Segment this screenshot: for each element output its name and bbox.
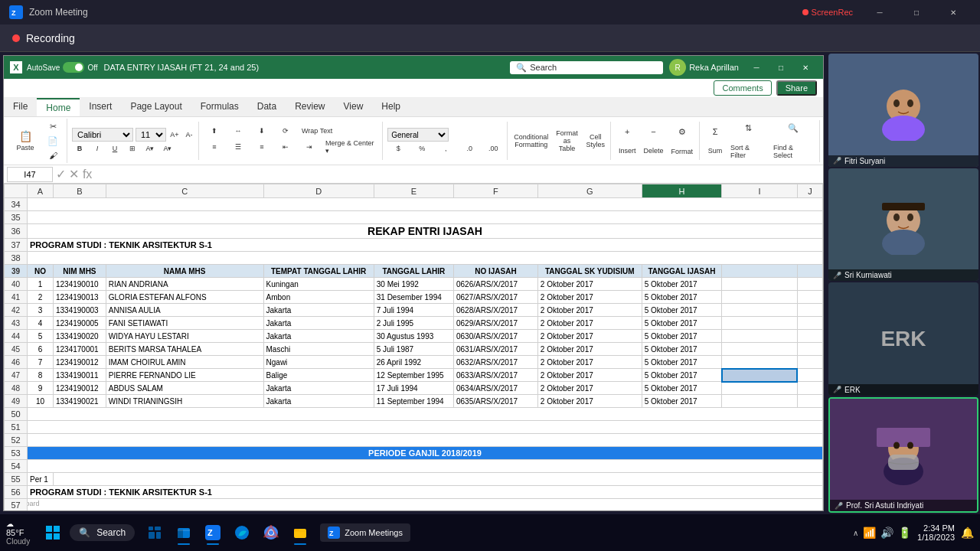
format-button[interactable]: ⚙Format bbox=[668, 126, 697, 157]
tray-up-arrow[interactable]: ∧ bbox=[853, 529, 858, 537]
copy-button[interactable]: 📄 bbox=[42, 135, 64, 148]
tab-insert[interactable]: Insert bbox=[80, 98, 121, 116]
currency-button[interactable]: $ bbox=[387, 143, 409, 154]
outdent-button[interactable]: ⇥ bbox=[299, 142, 320, 152]
excel-minimize[interactable]: ─ bbox=[745, 58, 768, 77]
wrap-text-button[interactable]: Wrap Text bbox=[299, 126, 335, 136]
taskbar-zoom[interactable]: Z bbox=[199, 519, 227, 546]
merge-button[interactable]: Merge & Center ▾ bbox=[322, 138, 379, 156]
col-g[interactable]: G bbox=[537, 184, 642, 198]
orientation-button[interactable]: ⟳ bbox=[275, 126, 296, 136]
table-header-row: 39 NO NIM MHS NAMA MHS TEMPAT TANGGAL LA… bbox=[5, 265, 823, 278]
start-button[interactable] bbox=[39, 519, 67, 546]
weather-widget[interactable]: ☁ 85°F Cloudy bbox=[6, 520, 30, 546]
underline-button[interactable]: U bbox=[107, 143, 122, 154]
tray-volume-icon[interactable]: 🔊 bbox=[880, 527, 893, 539]
format-as-table-button[interactable]: Format asTable bbox=[552, 128, 583, 154]
indent-button[interactable]: ⇤ bbox=[275, 142, 296, 152]
styles-group: ConditionalFormatting Format asTable Cel… bbox=[509, 122, 611, 160]
excel-title-bar: X AutoSave Off DATA ENTRY IJASAH (FT 21,… bbox=[4, 56, 823, 79]
maximize-button[interactable]: □ bbox=[899, 0, 934, 24]
borders-button[interactable]: ⊞ bbox=[125, 143, 140, 154]
cell-styles-button[interactable]: CellStyles bbox=[584, 132, 608, 150]
svg-point-11 bbox=[907, 214, 913, 221]
find-select-button[interactable]: 🔍Find & Select bbox=[770, 122, 816, 161]
increase-decimal-button[interactable]: .0 bbox=[459, 143, 480, 154]
tab-help[interactable]: Help bbox=[372, 98, 410, 116]
spreadsheet-container[interactable]: A B C D E F G H I J 34 bbox=[4, 184, 823, 510]
zoom-meetings-taskbar[interactable]: Z Zoom Meetings bbox=[320, 523, 410, 542]
cell-reference-box[interactable] bbox=[7, 167, 53, 182]
font-color-button[interactable]: A▾ bbox=[160, 143, 175, 154]
participant-name-prof: Prof. Sri Astuti Indriyati bbox=[846, 501, 923, 510]
align-left-button[interactable]: ≡ bbox=[204, 142, 225, 152]
autosave-toggle[interactable] bbox=[63, 62, 84, 73]
table-row: 38 bbox=[5, 252, 823, 265]
col-i[interactable]: I bbox=[722, 184, 798, 198]
tab-review[interactable]: Review bbox=[286, 98, 334, 116]
tab-data[interactable]: Data bbox=[248, 98, 286, 116]
italic-button[interactable]: I bbox=[90, 143, 105, 154]
tab-view[interactable]: View bbox=[335, 98, 373, 116]
bold-button[interactable]: B bbox=[72, 143, 87, 154]
col-h[interactable]: H bbox=[642, 184, 721, 198]
delete-button[interactable]: −Delete bbox=[641, 126, 667, 156]
minimize-button[interactable]: ─ bbox=[862, 0, 897, 24]
system-tray: ∧ 📶 🔊 🔋 bbox=[853, 527, 911, 539]
col-a[interactable]: A bbox=[28, 184, 54, 198]
excel-search-bar[interactable]: 🔍 Search bbox=[510, 61, 663, 74]
col-d[interactable]: D bbox=[263, 184, 374, 198]
sum-button[interactable]: ΣSum bbox=[704, 126, 726, 156]
table-row: 56 PROGRAM STUDI : TEKNIK ARSITEKTUR S-1 bbox=[5, 486, 823, 499]
taskbar: ☁ 85°F Cloudy 🔍 Search bbox=[0, 514, 980, 551]
align-middle-button[interactable]: ↔ bbox=[227, 126, 249, 136]
taskbar-files[interactable] bbox=[286, 519, 314, 546]
align-bottom-button[interactable]: ⬇ bbox=[251, 126, 273, 136]
col-c[interactable]: C bbox=[106, 184, 263, 198]
tab-home[interactable]: Home bbox=[37, 98, 80, 116]
conditional-formatting-button[interactable]: ConditionalFormatting bbox=[512, 132, 550, 150]
align-right-button[interactable]: ≡ bbox=[251, 142, 273, 152]
autosave-control[interactable]: AutoSave Off bbox=[27, 62, 98, 73]
tab-page-layout[interactable]: Page Layout bbox=[121, 98, 191, 116]
format-painter-button[interactable]: 🖌 bbox=[42, 149, 64, 161]
taskbar-taskview[interactable] bbox=[141, 519, 168, 546]
percent-button[interactable]: % bbox=[411, 143, 433, 154]
insert-button[interactable]: +Insert bbox=[616, 126, 639, 156]
taskbar-explorer[interactable] bbox=[170, 519, 198, 546]
excel-maximize[interactable]: □ bbox=[769, 58, 792, 77]
col-b[interactable]: B bbox=[53, 184, 106, 198]
decrease-decimal-button[interactable]: .00 bbox=[482, 143, 504, 154]
excel-close[interactable]: ✕ bbox=[794, 58, 817, 77]
notification-icon[interactable]: 🔔 bbox=[961, 527, 974, 539]
cut-button[interactable]: ✂ bbox=[42, 120, 64, 133]
taskbar-edge[interactable] bbox=[228, 519, 256, 546]
number-format-select[interactable]: General bbox=[387, 128, 449, 142]
formula-input[interactable] bbox=[95, 167, 820, 182]
decrease-font-button[interactable]: A- bbox=[183, 130, 195, 139]
tab-file[interactable]: File bbox=[4, 98, 37, 116]
taskbar-search[interactable]: 🔍 Search bbox=[70, 524, 135, 541]
share-button[interactable]: Share bbox=[776, 80, 817, 96]
tab-formulas[interactable]: Formulas bbox=[191, 98, 248, 116]
align-top-button[interactable]: ⬆ bbox=[204, 126, 225, 136]
taskbar-chrome[interactable] bbox=[257, 519, 285, 546]
comments-button[interactable]: Comments bbox=[714, 80, 771, 96]
paste-button[interactable]: 📋 Paste bbox=[10, 129, 41, 153]
sort-filter-button[interactable]: ⇅Sort & Filter bbox=[727, 122, 769, 161]
increase-font-button[interactable]: A+ bbox=[168, 130, 181, 139]
taskbar-right: ∧ 📶 🔊 🔋 2:34 PM 1/18/2023 🔔 bbox=[853, 523, 974, 542]
col-e[interactable]: E bbox=[374, 184, 453, 198]
close-button[interactable]: ✕ bbox=[936, 0, 971, 24]
table-row: 57 bbox=[5, 499, 823, 511]
system-clock[interactable]: 2:34 PM 1/18/2023 bbox=[917, 523, 955, 542]
spreadsheet-table: A B C D E F G H I J 34 bbox=[4, 184, 823, 510]
comma-button[interactable]: , bbox=[435, 143, 456, 154]
font-family-select[interactable]: Calibri bbox=[72, 128, 133, 142]
participant-name-bar-erk: 🎤 ERK bbox=[828, 384, 978, 396]
align-center-button[interactable]: ☰ bbox=[227, 142, 249, 152]
font-size-select[interactable]: 11 bbox=[136, 128, 166, 142]
col-f[interactable]: F bbox=[453, 184, 537, 198]
fill-color-button[interactable]: A▾ bbox=[142, 143, 158, 154]
col-j[interactable]: J bbox=[797, 184, 822, 198]
